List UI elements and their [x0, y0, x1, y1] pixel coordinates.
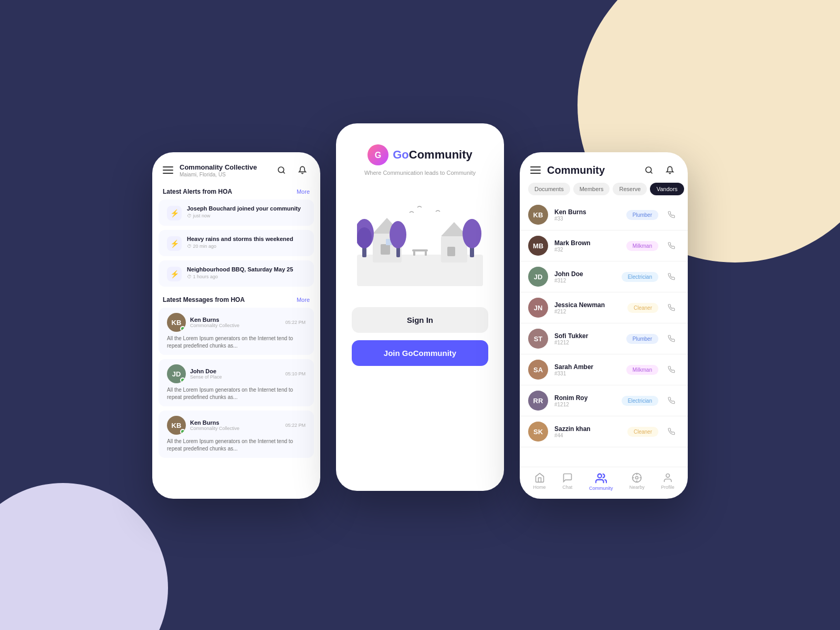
nav-profile[interactable]: Profile	[661, 472, 675, 491]
message-user-3: KB Ken Burns Commonality Collective	[167, 416, 239, 435]
call-btn-sofi[interactable]	[664, 331, 679, 346]
vendor-avatar-ronim: RR	[528, 391, 548, 411]
message-item-2: JD John Doe Sense of Place 05:10 PM All …	[159, 359, 314, 406]
alert-time-1: ⏱ just now	[187, 213, 301, 218]
svg-point-26	[636, 477, 638, 479]
community-header-left: Community	[530, 164, 605, 176]
go-logo-icon: G	[368, 144, 388, 165]
message-text-3: All the Lorem Ipsum generators on the In…	[167, 438, 306, 453]
vendor-info-sofi: Sofi Tukker #1212	[554, 332, 626, 345]
community-illustration	[357, 192, 483, 286]
nav-home-label: Home	[533, 485, 546, 490]
tab-reserve[interactable]: Reserve	[613, 183, 647, 195]
sign-in-button[interactable]: Sign In	[352, 307, 488, 333]
vendor-id-ronim: #1212	[554, 402, 622, 407]
nav-chat-label: Chat	[562, 485, 572, 490]
message-time-2: 05:10 PM	[285, 371, 306, 376]
vendor-avatar-jessica: JN	[528, 298, 548, 318]
vendor-item-mark: MB Mark Brown #32 Milkman	[520, 230, 688, 261]
alert-icon-2: ⚡	[167, 236, 182, 251]
alert-item-1: ⚡ Joseph Bouchard joined your community …	[159, 200, 314, 226]
message-header-row-2: JD John Doe Sense of Place 05:10 PM	[167, 364, 306, 383]
header-icons	[274, 163, 310, 177]
vendor-name-sarah: Sarah Amber	[554, 363, 626, 371]
message-user-info-2: John Doe Sense of Place	[190, 368, 222, 380]
nav-community-label: Community	[589, 486, 613, 491]
community-menu-icon[interactable]	[530, 166, 541, 174]
vendor-id-jessica: #212	[554, 309, 627, 314]
vendor-item-john: JD John Doe #312 Electrician	[520, 261, 688, 292]
vendor-tag-jessica: Cleaner	[627, 303, 658, 313]
messages-more-link[interactable]: More	[297, 297, 310, 303]
message-user-name-2: John Doe	[190, 368, 222, 374]
alert-content-1: Joseph Bouchard joined your community ⏱ …	[187, 205, 301, 218]
svg-text:G: G	[375, 151, 381, 160]
vendor-info-sazzin: Sazzin khan #44	[554, 425, 627, 438]
phone-gocommunity: G Go Community Where Communication leads…	[336, 123, 504, 491]
phone2-content: G Go Community Where Communication leads…	[336, 123, 504, 491]
alert-item-2: ⚡ Heavy rains and storms this weekened ⏱…	[159, 230, 314, 256]
vendor-list: KB Ken Burns #33 Plumber MB Mark Brown #…	[520, 200, 688, 467]
alert-content-2: Heavy rains and storms this weekened ⏱ 2…	[187, 235, 293, 249]
alert-time-3: ⏱ 1 hours ago	[187, 274, 293, 279]
community-bell-icon[interactable]	[663, 163, 677, 177]
nav-nearby[interactable]: Nearby	[629, 472, 645, 491]
community-title: Community	[547, 164, 605, 176]
svg-point-18	[463, 219, 481, 248]
message-user-group-2: Sense of Place	[190, 374, 222, 380]
message-user-1: KB Ken Burns Commonality Collective	[167, 313, 239, 332]
phone1-header-left: Commonality Collective Maiami, Florida, …	[163, 163, 257, 177]
alerts-more-link[interactable]: More	[297, 188, 310, 195]
phone1-header: Commonality Collective Maiami, Florida, …	[152, 152, 320, 183]
call-btn-john[interactable]	[664, 269, 679, 285]
nav-chat[interactable]: Chat	[562, 472, 573, 491]
logo-text-container: Go Community	[393, 148, 472, 162]
menu-icon[interactable]	[163, 166, 173, 174]
vendor-tag-sofi: Plumber	[626, 334, 658, 344]
tab-vandors[interactable]: Vandors	[650, 183, 684, 195]
svg-rect-21	[425, 251, 427, 256]
svg-line-1	[283, 172, 285, 173]
vendor-name-ken: Ken Burns	[554, 208, 626, 216]
bell-icon[interactable]	[295, 163, 310, 177]
call-btn-ken[interactable]	[664, 207, 679, 223]
search-icon[interactable]	[274, 163, 289, 177]
tab-members[interactable]: Members	[573, 183, 610, 195]
message-header-row-1: KB Ken Burns Commonality Collective 05:2…	[167, 313, 306, 332]
messages-title: Latest Messages from HOA	[163, 296, 245, 303]
alert-icon-1: ⚡	[167, 206, 182, 220]
call-btn-ronim[interactable]	[664, 393, 679, 408]
phones-container: Commonality Collective Maiami, Florida, …	[0, 0, 840, 630]
alert-icon-3: ⚡	[167, 267, 182, 281]
bottom-nav: Home Chat Community Nearby Profile	[520, 467, 688, 499]
message-text-2: All the Lorem Ipsum generators on the In…	[167, 386, 306, 401]
vendor-tag-mark: Milkman	[626, 241, 658, 251]
tab-documents[interactable]: Documents	[528, 183, 570, 195]
vendor-avatar-sofi: ST	[528, 329, 548, 349]
call-btn-jessica[interactable]	[664, 300, 679, 316]
vendor-name-sazzin: Sazzin khan	[554, 425, 627, 433]
online-indicator-2	[180, 377, 185, 383]
call-btn-sazzin[interactable]	[664, 424, 679, 439]
vendor-tag-sarah: Milkman	[626, 365, 658, 375]
svg-rect-20	[413, 251, 415, 256]
nav-profile-label: Profile	[661, 485, 675, 490]
app-subtitle: Maiami, Florida, US	[180, 172, 257, 177]
message-time-1: 05:22 PM	[285, 320, 306, 325]
avatar-ken-1: KB	[167, 313, 186, 332]
vendor-item-ronim: RR Ronim Roy #1212 Electrician	[520, 385, 688, 416]
nav-home[interactable]: Home	[533, 472, 546, 491]
call-btn-sarah[interactable]	[664, 362, 679, 377]
join-button[interactable]: Join GoCommunity	[352, 340, 488, 366]
message-user-name-1: Ken Burns	[190, 317, 239, 323]
nav-community[interactable]: Community	[589, 472, 613, 491]
vendor-info-sarah: Sarah Amber #331	[554, 363, 626, 376]
vendor-item-sarah: SA Sarah Amber #331 Milkman	[520, 354, 688, 385]
message-user-2: JD John Doe Sense of Place	[167, 364, 222, 383]
community-header: Community	[520, 152, 688, 183]
community-search-icon[interactable]	[642, 163, 656, 177]
call-btn-mark[interactable]	[664, 238, 679, 254]
community-header-icons	[642, 163, 677, 177]
message-user-info-3: Ken Burns Commonality Collective	[190, 419, 239, 431]
alert-time-2: ⏱ 20 min ago	[187, 244, 293, 249]
